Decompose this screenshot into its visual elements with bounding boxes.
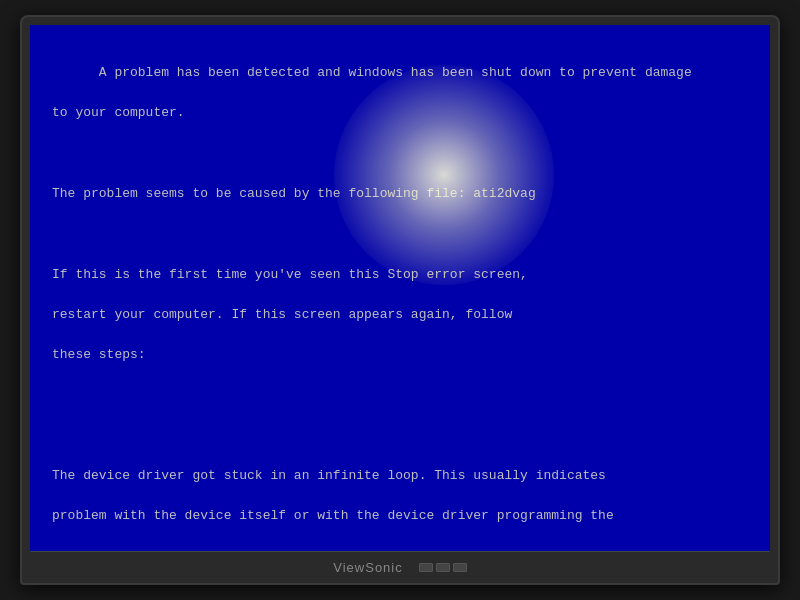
monitor-buttons: [419, 563, 467, 572]
bsod-screen: A problem has been detected and windows …: [30, 25, 770, 551]
monitor-brand-label: ViewSonic: [333, 560, 402, 575]
bsod-line3: [52, 146, 60, 161]
bsod-line2: to your computer.: [52, 105, 185, 120]
bsod-line6: If this is the first time you've seen th…: [52, 267, 528, 282]
monitor-button-2[interactable]: [436, 563, 450, 572]
bsod-line8: these steps:: [52, 347, 146, 362]
bsod-line5: [52, 226, 60, 241]
bsod-line11: The device driver got stuck in an infini…: [52, 468, 606, 483]
monitor-bezel-bottom: ViewSonic: [30, 551, 770, 583]
monitor-button-1[interactable]: [419, 563, 433, 572]
monitor-button-3[interactable]: [453, 563, 467, 572]
bsod-line9: [52, 387, 60, 402]
bsod-line7: restart your computer. If this screen ap…: [52, 307, 512, 322]
bsod-line13: hardware incorrectly.: [52, 549, 216, 551]
bsod-line10: [52, 428, 60, 443]
bsod-line12: problem with the device itself or with t…: [52, 508, 614, 523]
monitor: A problem has been detected and windows …: [20, 15, 780, 585]
bsod-line1: A problem has been detected and windows …: [99, 65, 692, 80]
bsod-line4: The problem seems to be caused by the fo…: [52, 186, 536, 201]
bsod-content: A problem has been detected and windows …: [52, 43, 748, 551]
